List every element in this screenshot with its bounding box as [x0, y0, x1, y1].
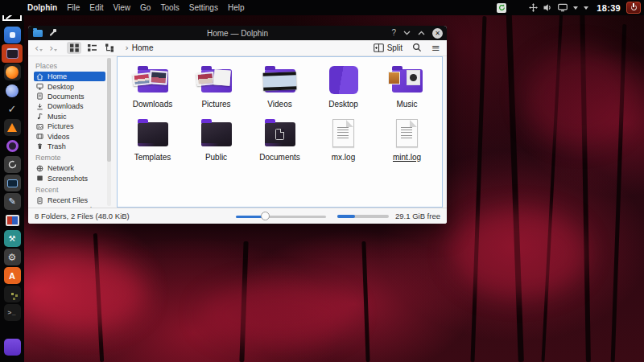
home-icon — [36, 73, 43, 80]
back-button[interactable]: ‹ — [35, 43, 43, 52]
menu-icon[interactable]: ≡ — [431, 42, 440, 54]
zoom-slider[interactable] — [236, 212, 326, 220]
dock-item-system-settings[interactable]: ⚙ — [2, 248, 23, 266]
panel-expand-icon[interactable] — [573, 6, 578, 10]
folder-music-icon — [386, 62, 429, 99]
menu-item-view[interactable]: View — [114, 3, 131, 12]
tree-trunk — [506, 0, 524, 362]
sidebar-item-screenshots[interactable]: Screenshots — [34, 174, 105, 183]
move-tray-icon[interactable] — [529, 1, 538, 15]
zoom-slider-handle[interactable] — [261, 212, 270, 220]
minimize-button[interactable] — [403, 31, 411, 35]
dock-item-utility[interactable] — [2, 285, 23, 303]
dock-item-photo-viewer[interactable] — [2, 211, 23, 229]
volume-tray-icon[interactable] — [543, 1, 552, 15]
places-panel: Places Home Desktop Documents Downloads … — [28, 56, 112, 208]
sidebar-item-home[interactable]: Home — [34, 72, 105, 81]
dock-item-display-capture[interactable] — [2, 174, 23, 192]
sidebar-scrollbar[interactable] — [107, 58, 111, 206]
photo-viewer-icon — [6, 215, 19, 226]
file-item-downloads[interactable]: Downloads — [121, 62, 184, 109]
sidebar-item-music[interactable]: Music — [34, 112, 105, 121]
file-item-templates[interactable]: Templates — [121, 115, 184, 162]
split-button[interactable]: Split — [374, 43, 402, 52]
dock-item-user-folder[interactable] — [2, 338, 23, 356]
titlebar[interactable]: Home — Dolphin ? ✕ — [28, 26, 447, 40]
dock-item-mx-tools[interactable]: ⚒ — [2, 229, 23, 248]
details-view-button[interactable] — [85, 42, 99, 54]
dolphin-icon — [4, 45, 21, 62]
file-item-videos[interactable]: Videos — [248, 62, 312, 109]
file-item-public[interactable]: Public — [184, 115, 248, 162]
free-space-label: 29.1 GiB free — [395, 212, 440, 220]
sidebar-item-network[interactable]: Network — [34, 163, 105, 173]
dock-item-dolphin-active[interactable] — [2, 44, 23, 63]
menu-item-file[interactable]: File — [67, 3, 80, 12]
menu-item-edit[interactable]: Edit — [89, 3, 103, 12]
utility-icon — [4, 286, 21, 302]
folder-documents-icon — [258, 115, 302, 152]
sidebar-item-recent-files[interactable]: Recent Files — [34, 195, 105, 205]
image-icon — [36, 123, 43, 130]
dock: X ✓ ✎ ⚒ ⚙ A >_ — [0, 0, 24, 362]
menu-item-tools[interactable]: Tools — [160, 3, 179, 12]
forward-button[interactable]: › — [49, 43, 57, 52]
folder-summary: 8 Folders, 2 Files (48.0 KiB) — [35, 212, 130, 220]
breadcrumb: › Home — [125, 43, 153, 53]
dock-item-media-player[interactable] — [2, 137, 23, 155]
disk-usage-bar — [337, 215, 389, 218]
panel-expand-icon[interactable] — [584, 6, 588, 10]
sidebar-item-desktop[interactable]: Desktop — [34, 81, 105, 91]
icons-view-button[interactable] — [67, 42, 81, 54]
text-file-icon — [322, 115, 365, 152]
breadcrumb-chevron-icon: › — [125, 43, 128, 53]
firefox-icon — [4, 64, 21, 80]
breadcrumb-home[interactable]: Home — [132, 43, 154, 52]
power-button[interactable] — [626, 2, 641, 14]
dock-item-terminal[interactable]: >_ — [2, 303, 23, 322]
document-icon — [36, 93, 43, 100]
clock[interactable]: 18:39 — [597, 3, 621, 13]
status-bar: 8 Folders, 2 Files (48.0 KiB) 29.1 GiB f… — [28, 208, 447, 224]
sidebar-item-pictures[interactable]: Pictures — [34, 121, 105, 131]
display-tray-icon[interactable] — [558, 1, 568, 15]
dock-item-vlc[interactable] — [2, 118, 23, 137]
dock-item-font-viewer[interactable]: A — [2, 266, 23, 285]
file-item-mint-log[interactable]: mint.log — [375, 115, 439, 162]
file-item-pictures[interactable]: Pictures — [184, 62, 248, 109]
tree-view-button[interactable] — [102, 42, 117, 54]
sidebar-item-videos[interactable]: Videos — [34, 131, 105, 141]
menu-item-settings[interactable]: Settings — [189, 3, 218, 12]
menu-item-go[interactable]: Go — [140, 3, 151, 12]
menu-app-name[interactable]: Dolphin — [27, 3, 57, 12]
dock-item-browser[interactable] — [2, 81, 23, 100]
updates-tray-icon[interactable] — [497, 3, 506, 13]
file-item-desktop[interactable]: Desktop — [312, 62, 375, 109]
dock-item-software-store[interactable] — [2, 26, 23, 44]
video-icon — [36, 133, 43, 140]
vlc-icon — [4, 119, 21, 136]
section-title-places: Places — [35, 62, 112, 70]
font-viewer-icon: A — [4, 267, 21, 284]
sidebar-item-downloads[interactable]: Downloads — [34, 101, 105, 111]
section-title-recent: Recent — [35, 186, 112, 194]
dock-item-updates-check[interactable]: ✓ — [2, 100, 23, 118]
file-item-music[interactable]: Music — [375, 62, 439, 109]
file-view[interactable]: Downloads Pictures Videos Desktop Music — [117, 56, 443, 208]
folder-videos-icon — [258, 62, 302, 99]
dock-item-text-editor[interactable]: ✎ — [2, 192, 23, 211]
file-item-mx-log[interactable]: mx.log — [312, 115, 375, 162]
dolphin-window: Home — Dolphin ? ✕ ‹ › › Home — [28, 26, 447, 224]
sidebar-item-documents[interactable]: Documents — [34, 92, 105, 101]
dock-item-recorder[interactable] — [2, 155, 23, 174]
close-button[interactable]: ✕ — [432, 28, 443, 39]
file-item-documents[interactable]: Documents — [248, 115, 312, 162]
maximize-button[interactable] — [418, 31, 425, 35]
help-button[interactable]: ? — [391, 29, 396, 37]
dock-item-firefox[interactable] — [2, 63, 23, 81]
toolbar: ‹ › › Home Split ≡ — [28, 40, 447, 56]
search-icon[interactable] — [412, 43, 422, 54]
user-folder-icon — [4, 339, 21, 356]
menu-item-help[interactable]: Help — [228, 3, 245, 12]
sidebar-item-trash[interactable]: Trash — [34, 142, 105, 151]
